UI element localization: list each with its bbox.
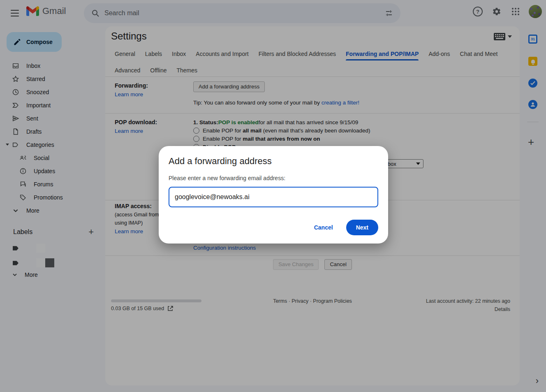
forwarding-email-input[interactable] <box>169 187 378 207</box>
gmail-app: Gmail ? <box>0 0 546 392</box>
add-forwarding-dialog: Add a forwarding address Please enter a … <box>159 146 388 244</box>
dialog-next-button[interactable]: Next <box>346 220 378 235</box>
dialog-cancel-button[interactable]: Cancel <box>312 224 335 231</box>
dialog-prompt: Please enter a new forwarding email addr… <box>169 175 378 181</box>
dialog-title: Add a forwarding address <box>169 156 378 167</box>
dialog-actions: Cancel Next <box>312 220 378 235</box>
